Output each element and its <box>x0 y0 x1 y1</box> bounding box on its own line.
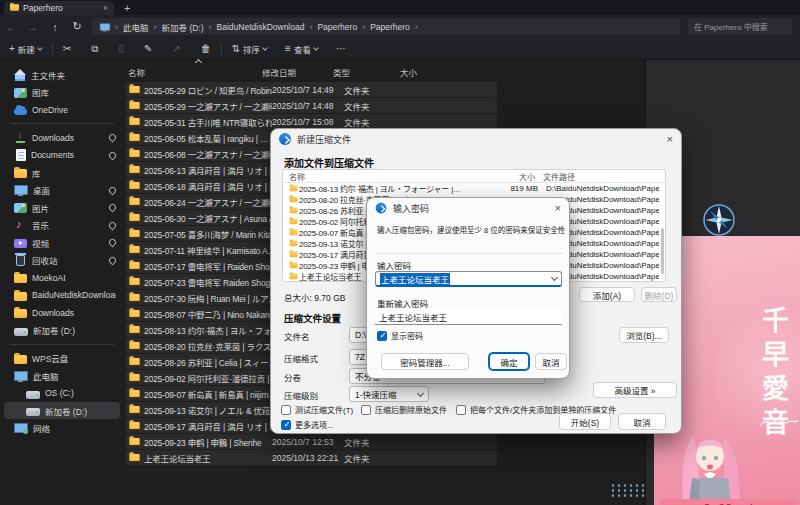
password-input[interactable]: 上老王论坛当老王 <box>375 271 562 287</box>
sidebar-item-WPS云盘[interactable]: WPS云盘 <box>4 350 120 367</box>
sidebar-item-Downloads[interactable]: Downloads <box>4 129 120 146</box>
sidebar-item-MoekoAI[interactable]: MoekoAI <box>4 269 120 286</box>
sidebar-item-此电脑[interactable]: 此电脑 <box>4 367 120 384</box>
ok-button[interactable]: 确定 <box>489 353 529 370</box>
sidebar-item-label: 新加卷 (D:) <box>45 405 116 417</box>
filename-label: 文件名 <box>284 330 310 342</box>
sidebar-item-Downloads[interactable]: Downloads <box>4 304 120 321</box>
view-button[interactable]: ≡ 查看 <box>280 40 323 58</box>
file-name: 2025-09-02 阿尔托利亚·潘德拉贡 | ア… <box>144 372 272 384</box>
show-password-checkbox[interactable]: 显示密码 <box>377 330 423 341</box>
sidebar-item-新加卷 (D:)[interactable]: 新加卷 (D:) <box>4 402 120 419</box>
sidebar-item-label: 图库 <box>32 86 116 98</box>
column-path[interactable]: 文件路径 <box>535 171 659 182</box>
rename-button[interactable]: ✎ <box>139 40 157 58</box>
folder-icon <box>129 294 139 301</box>
folder-icon <box>289 263 297 269</box>
column-header-date[interactable]: 修改日期 <box>262 66 296 78</box>
folder-icon <box>129 86 139 93</box>
column-header-name[interactable]: 名称 <box>128 66 145 78</box>
add-button[interactable]: 添加(A) <box>579 287 635 302</box>
advanced-settings-button[interactable]: 高级设置 » <box>593 382 677 398</box>
password-manager-button[interactable]: 密码管理器... <box>381 353 469 370</box>
forward-icon[interactable]: → <box>22 21 44 33</box>
table-row[interactable]: 2025-05-29 ロビン / 知更鸟 / Robinn2025/10/7 1… <box>126 82 497 97</box>
file-name: 2025-07-23 雷电将军 Raiden Shogun … <box>144 276 272 288</box>
new-tab-button[interactable]: + <box>124 2 130 14</box>
column-size[interactable]: 大小 <box>501 171 535 182</box>
address-bar: ← → ↑ ↻ ›此电脑›新加卷 (D:)›BaiduNetdiskDownlo… <box>0 15 800 38</box>
table-row[interactable]: 上老王论坛当老王2025/10/13 22:21文件夹 <box>126 450 497 465</box>
sidebar-item-音乐[interactable]: 音乐 <box>4 217 120 234</box>
sidebar-item-桌面[interactable]: 桌面 <box>4 182 120 199</box>
tab-close-icon[interactable]: × <box>103 3 108 13</box>
file-date: 2025/10/7 15:08 <box>272 117 344 127</box>
file-date: 2025/10/7 12:53 <box>272 437 344 447</box>
delete-button[interactable]: 🗑︎ <box>196 40 216 58</box>
file-name: 2025-08-20 拉克丝·克莱茵 | ラクス·… <box>144 340 272 352</box>
breadcrumb-item[interactable]: Paperhero <box>315 22 359 32</box>
share-button[interactable]: ↗ <box>167 40 185 58</box>
breadcrumb-item[interactable]: 此电脑 <box>121 21 151 33</box>
chevron-down-icon <box>313 45 319 51</box>
folder-icon <box>14 292 27 301</box>
file-name: 2025-06-08 一之瀬アスナ / 一之濑明… <box>144 148 272 160</box>
sidebar-item-BaiduNetdiskDownload[interactable]: BaiduNetdiskDownload <box>4 287 120 304</box>
reenter-password-input[interactable]: 上老王论坛当老王 <box>375 309 562 325</box>
close-icon[interactable]: × <box>667 133 673 145</box>
delete-original-checkbox[interactable]: 压缩后删除原始文件 <box>361 404 447 415</box>
paste-button[interactable]: ▯ <box>113 40 129 58</box>
more-options-button[interactable]: ⋯ <box>331 40 351 58</box>
sort-button[interactable]: ⇅ 排序 <box>227 40 272 58</box>
music-icon <box>14 219 27 232</box>
archive-list-row[interactable]: 2025-08-13 约尔·福杰 | ヨル・フォージャー |…819 MBD:\… <box>283 183 665 194</box>
sidebar-item-新加卷 (D:)[interactable]: 新加卷 (D:) <box>4 322 120 339</box>
sidebar-item-OneDrive[interactable]: OneDrive <box>4 101 120 118</box>
level-select[interactable]: 1-快速压缩 <box>349 386 429 402</box>
search-input[interactable]: 在 Paperhero 中搜索 <box>688 18 792 35</box>
sidebar-item-图库[interactable]: 图库 <box>4 84 120 101</box>
sidebar-item-图片[interactable]: 图片 <box>4 199 120 216</box>
folder-icon <box>129 134 139 141</box>
refresh-icon[interactable]: ↻ <box>66 20 88 33</box>
close-icon[interactable]: × <box>555 202 561 214</box>
table-row[interactable]: 2025-09-23 申鹤 | 申鶴 | Shenhe2025/10/7 12:… <box>126 434 497 449</box>
browse-button[interactable]: 浏览(B)... <box>619 327 669 343</box>
sidebar-item-视频[interactable]: 视频 <box>4 234 120 251</box>
explorer-tab[interactable]: Paperhero × <box>4 1 114 15</box>
cloud-icon <box>14 108 27 115</box>
archive-list-header: 名称 大小 文件路径 <box>283 170 665 183</box>
copy-button[interactable]: ⧉ <box>86 40 103 58</box>
breadcrumb-item[interactable]: Paperhero <box>368 22 412 32</box>
up-icon[interactable]: ↑ <box>44 21 66 33</box>
table-row[interactable]: 2025-05-29 一之瀬アスナ / 一之濑明…2025/10/7 14:48… <box>126 98 497 113</box>
breadcrumb-item[interactable]: BaiduNetdiskDownload <box>215 22 307 32</box>
archive-dialog-header: 添加文件到压缩文件 <box>284 155 374 170</box>
this-pc-icon <box>100 22 111 31</box>
file-date: 2025/10/7 14:49 <box>272 85 344 95</box>
sidebar-divider <box>10 344 114 345</box>
table-row[interactable]: 2025-05-31 古手川唯 NTR寝取られ2025/10/7 15:08文件… <box>126 114 497 129</box>
cancel-button[interactable]: 取消 <box>535 353 567 370</box>
sidebar-item-库[interactable]: 库 <box>4 164 120 181</box>
start-button[interactable]: 开始(S) <box>559 413 611 430</box>
sidebar-item-网络[interactable]: 网络 <box>4 420 120 437</box>
breadcrumb[interactable]: ›此电脑›新加卷 (D:)›BaiduNetdiskDownload›Paper… <box>92 18 680 35</box>
column-header-size[interactable]: 大小 <box>400 66 417 78</box>
breadcrumb-item[interactable]: 新加卷 (D:) <box>160 21 206 33</box>
back-icon[interactable]: ← <box>0 21 22 33</box>
column-name[interactable]: 名称 <box>289 171 501 182</box>
cancel-button[interactable]: 取消 <box>618 413 666 430</box>
folder-icon <box>10 4 19 10</box>
sidebar-item-回收站[interactable]: 回收站 <box>4 252 120 269</box>
more-options-checkbox[interactable]: 更多选项... <box>281 419 334 430</box>
test-archive-checkbox[interactable]: 测试压缩文件(T) <box>281 404 353 415</box>
new-button[interactable]: + 新建 <box>4 40 47 58</box>
sidebar-item-主文件夹[interactable]: 主文件夹 <box>4 66 120 83</box>
cut-button[interactable]: ✂ <box>58 40 76 58</box>
sidebar-item-OS (C:)[interactable]: OS (C:) <box>4 385 120 402</box>
sidebar-item-Documents[interactable]: Documents <box>4 147 120 164</box>
scrollbar[interactable] <box>661 228 664 274</box>
column-header-type[interactable]: 类型 <box>333 66 350 78</box>
remove-button[interactable]: 删除(D) <box>641 287 677 302</box>
